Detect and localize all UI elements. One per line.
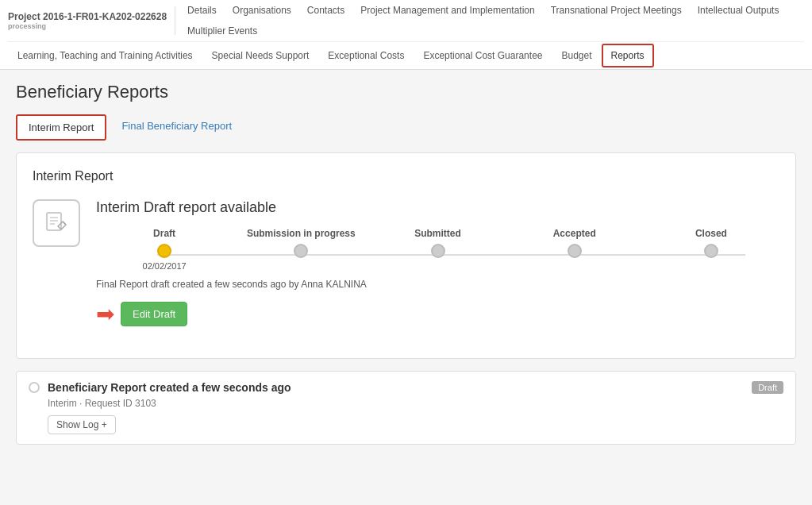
- sub-tabs: Interim Report Final Beneficiary Report: [16, 114, 796, 141]
- tab-reports[interactable]: Reports: [602, 44, 654, 67]
- report-details: Interim Draft report available Draft 02/…: [96, 199, 779, 326]
- tab-exceptional-costs[interactable]: Exceptional Costs: [318, 44, 414, 67]
- tab-contacts[interactable]: Contacts: [299, 0, 352, 21]
- report-info-area: Interim Draft report available Draft 02/…: [33, 199, 779, 326]
- tab-budget[interactable]: Budget: [552, 44, 601, 67]
- page-title: Beneficiary Reports: [16, 82, 796, 102]
- tab-special-needs[interactable]: Special Needs Support: [202, 44, 319, 67]
- subtab-final-beneficiary-report[interactable]: Final Beneficiary Report: [110, 114, 243, 141]
- badge-draft: Draft: [752, 381, 783, 394]
- nav-row-2: Learning, Teaching and Training Activiti…: [8, 42, 804, 69]
- step-draft: Draft 02/02/2017: [96, 228, 233, 271]
- step-closed: Closed: [643, 228, 779, 261]
- subtab-interim-report[interactable]: Interim Report: [16, 114, 106, 141]
- project-title: Project 2016-1-FR01-KA202-022628 process…: [8, 6, 175, 35]
- tab-transnational[interactable]: Transnational Project Meetings: [543, 0, 690, 21]
- tab-project-management[interactable]: Project Management and Implementation: [352, 0, 542, 21]
- step-circle-closed: [704, 244, 718, 258]
- arrow-annotation-icon: ➡: [96, 303, 114, 326]
- tab-multiplier-events[interactable]: Multiplier Events: [179, 21, 265, 41]
- tab-learning-activities[interactable]: Learning, Teaching and Training Activiti…: [8, 44, 202, 67]
- progress-steps: Draft 02/02/2017 Submission in progress …: [96, 228, 779, 271]
- top-navigation: Project 2016-1-FR01-KA202-022628 process…: [0, 0, 812, 70]
- step-submitted: Submitted: [369, 228, 506, 261]
- show-log-button[interactable]: Show Log +: [48, 415, 116, 434]
- edit-draft-button[interactable]: Edit Draft: [121, 302, 187, 326]
- tab-exceptional-cost-guarantee[interactable]: Exceptional Cost Guarantee: [414, 44, 552, 67]
- nav-row-1: Project 2016-1-FR01-KA202-022628 process…: [8, 0, 804, 42]
- tab-intellectual-outputs[interactable]: Intellectual Outputs: [690, 0, 787, 21]
- step-circle-submitted: [431, 244, 445, 258]
- report-list-item: Beneficiary Report created a few seconds…: [16, 371, 796, 445]
- report-list-circle: [29, 382, 40, 393]
- report-list-item-header: Beneficiary Report created a few seconds…: [29, 381, 783, 394]
- step-circle-accepted: [568, 244, 582, 258]
- step-submission-in-progress: Submission in progress: [233, 228, 369, 261]
- svg-line-4: [63, 222, 66, 225]
- steps-container: Draft 02/02/2017 Submission in progress …: [96, 228, 779, 271]
- step-accepted: Accepted: [506, 228, 643, 261]
- nav-tabs-row2: Learning, Teaching and Training Activiti…: [8, 44, 654, 67]
- report-created-text: Final Report draft created a few seconds…: [96, 279, 779, 290]
- project-status: processing: [8, 22, 167, 30]
- nav-tabs-row1: Details Organisations Contacts Project M…: [179, 0, 804, 41]
- step-circle-draft: [157, 244, 171, 258]
- step-circle-submission: [294, 244, 308, 258]
- interim-report-card: Interim Report Interim Draft report avai…: [16, 152, 796, 359]
- report-edit-icon: [33, 199, 80, 247]
- report-list-title: Beneficiary Report created a few seconds…: [48, 381, 752, 394]
- report-list-actions: Show Log +: [48, 415, 783, 434]
- report-available-title: Interim Draft report available: [96, 199, 779, 216]
- btn-wrapper: ➡ Edit Draft: [96, 302, 779, 326]
- page-content: Beneficiary Reports Interim Report Final…: [0, 70, 812, 457]
- section-card-title: Interim Report: [33, 169, 779, 183]
- edit-doc-icon: [44, 210, 69, 236]
- report-list-subtitle: Interim · Request ID 3103: [48, 398, 783, 409]
- tab-details[interactable]: Details: [179, 0, 225, 21]
- tab-organisations[interactable]: Organisations: [225, 0, 299, 21]
